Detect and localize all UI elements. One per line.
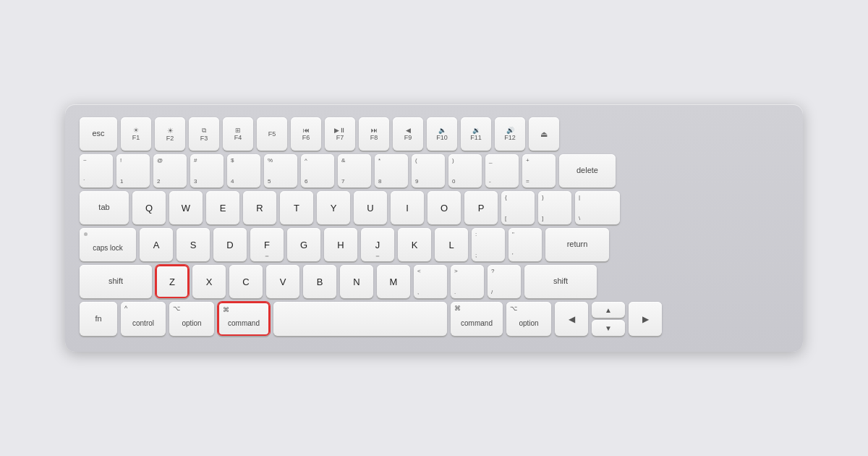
key-slash[interactable]: ? /: [488, 265, 521, 298]
key-u[interactable]: U: [354, 191, 387, 224]
key-y[interactable]: Y: [317, 191, 350, 224]
key-0[interactable]: ) 0: [448, 154, 482, 187]
key-eject[interactable]: ⏏: [529, 117, 559, 151]
key-m[interactable]: M: [377, 265, 410, 298]
key-n[interactable]: N: [340, 265, 373, 298]
key-lbracket[interactable]: { [: [501, 191, 535, 224]
key-k[interactable]: K: [398, 228, 431, 261]
asdf-row: caps lock A S D F G H J K L : ; " ' retu…: [80, 228, 788, 261]
key-f2[interactable]: ☀ F2: [155, 117, 185, 151]
key-quote[interactable]: " ': [509, 228, 542, 261]
key-s[interactable]: S: [176, 228, 210, 261]
key-return[interactable]: return: [545, 228, 609, 261]
key-e[interactable]: E: [206, 191, 239, 224]
key-equals[interactable]: + =: [522, 154, 556, 187]
key-minus[interactable]: _ -: [485, 154, 519, 187]
key-f6[interactable]: ⏮ F6: [291, 117, 321, 151]
key-f5[interactable]: F5: [257, 117, 287, 151]
key-p[interactable]: P: [464, 191, 498, 224]
key-a[interactable]: A: [140, 228, 173, 261]
key-esc[interactable]: esc: [80, 117, 117, 151]
key-8[interactable]: * 8: [375, 154, 408, 187]
key-fn[interactable]: fn: [80, 302, 117, 336]
key-shift-right[interactable]: shift: [524, 265, 597, 298]
key-i[interactable]: I: [391, 191, 424, 224]
key-arrow-right[interactable]: ▶: [629, 302, 662, 336]
key-space[interactable]: [273, 302, 447, 336]
number-row: ~ ` ! 1 @ 2 # 3 $ 4 % 5 ^ 6 & 7: [80, 154, 788, 187]
key-backslash[interactable]: | \: [575, 191, 620, 224]
key-6[interactable]: ^ 6: [301, 154, 334, 187]
bottom-row: fn ^ control ⌥ option ⌘ command ⌘ comman…: [80, 302, 788, 336]
key-delete[interactable]: delete: [559, 154, 616, 187]
key-4[interactable]: $ 4: [227, 154, 260, 187]
key-control[interactable]: ^ control: [121, 302, 166, 336]
key-q[interactable]: Q: [132, 191, 166, 224]
key-f[interactable]: F: [250, 228, 284, 261]
key-g[interactable]: G: [287, 228, 320, 261]
key-w[interactable]: W: [169, 191, 203, 224]
key-f1[interactable]: ☀ F1: [121, 117, 151, 151]
key-f3[interactable]: ⧉ F3: [189, 117, 219, 151]
key-f7[interactable]: ▶⏸ F7: [325, 117, 355, 151]
key-l[interactable]: L: [435, 228, 468, 261]
key-tilde[interactable]: ~ `: [80, 154, 113, 187]
keyboard: esc ☀ F1 ☀ F2 ⧉ F3 ⊞ F4 F5 ⏮ F6 ▶⏸ F7: [65, 104, 803, 352]
key-rbracket[interactable]: } ]: [538, 191, 571, 224]
key-arrow-down[interactable]: ▼: [592, 320, 625, 336]
key-command-left[interactable]: ⌘ command: [218, 302, 270, 336]
key-z[interactable]: Z: [156, 265, 189, 298]
key-o[interactable]: O: [427, 191, 461, 224]
key-5[interactable]: % 5: [264, 154, 297, 187]
key-capslock[interactable]: caps lock: [80, 228, 136, 261]
key-7[interactable]: & 7: [338, 154, 371, 187]
key-f9[interactable]: ◀ F9: [393, 117, 423, 151]
key-t[interactable]: T: [280, 191, 313, 224]
key-d[interactable]: D: [213, 228, 247, 261]
key-command-right[interactable]: ⌘ command: [451, 302, 503, 336]
key-option-left[interactable]: ⌥ option: [169, 302, 214, 336]
qwerty-row: tab Q W E R T Y U I O P { [ } ] | \: [80, 191, 788, 224]
key-v[interactable]: V: [266, 265, 299, 298]
key-b[interactable]: B: [303, 265, 336, 298]
key-r[interactable]: R: [243, 191, 276, 224]
key-f8[interactable]: ⏭ F8: [359, 117, 389, 151]
key-comma[interactable]: < ,: [414, 265, 447, 298]
key-c[interactable]: C: [229, 265, 263, 298]
key-1[interactable]: ! 1: [116, 154, 150, 187]
zxcv-row: shift Z X C V B N M < , > . ? / shift: [80, 265, 788, 298]
key-j[interactable]: J: [361, 228, 394, 261]
key-x[interactable]: X: [192, 265, 226, 298]
fn-row: esc ☀ F1 ☀ F2 ⧉ F3 ⊞ F4 F5 ⏮ F6 ▶⏸ F7: [80, 117, 788, 151]
key-3[interactable]: # 3: [190, 154, 224, 187]
key-option-right[interactable]: ⌥ option: [506, 302, 551, 336]
key-arrow-left[interactable]: ◀: [555, 302, 588, 336]
key-f10[interactable]: 🔈 F10: [427, 117, 457, 151]
key-9[interactable]: ( 9: [412, 154, 445, 187]
key-f11[interactable]: 🔉 F11: [461, 117, 491, 151]
key-f12[interactable]: 🔊 F12: [495, 117, 525, 151]
key-shift-left[interactable]: shift: [80, 265, 152, 298]
key-h[interactable]: H: [324, 228, 357, 261]
key-f4[interactable]: ⊞ F4: [223, 117, 253, 151]
key-tab[interactable]: tab: [80, 191, 129, 224]
key-period[interactable]: > .: [451, 265, 484, 298]
key-2[interactable]: @ 2: [153, 154, 187, 187]
key-arrow-up[interactable]: ▲: [592, 302, 625, 318]
key-semicolon[interactable]: : ;: [472, 228, 505, 261]
